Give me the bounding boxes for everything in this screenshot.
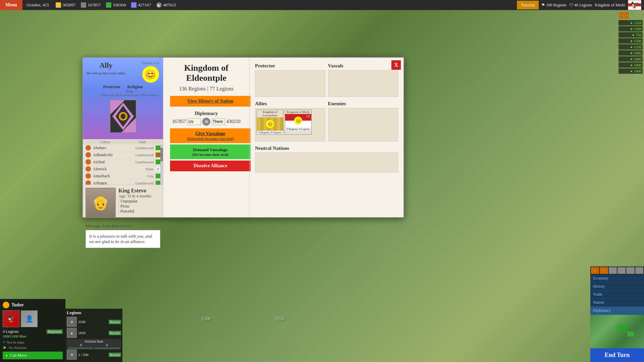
nation-icon [3, 302, 9, 308]
legion-icon-2: ▲ [67, 328, 77, 338]
br-nav-1[interactable]: ← [591, 267, 599, 274]
modal-subtitle: 136 Regions | 77 Legions [170, 86, 243, 92]
sidebar-value-9: ● 1000 [619, 68, 643, 74]
menu-history[interactable]: History [590, 283, 644, 291]
king-portrait-art: 👴 [92, 195, 109, 211]
nation-list-name: Abelnes [93, 145, 133, 150]
minimap[interactable] [590, 315, 644, 348]
modal-title: Kingdom of Eldeontple [170, 63, 243, 83]
nation-list-name: Adlandsviki [93, 153, 133, 158]
production-icon [81, 2, 86, 8]
recruit-button-2[interactable]: Recruit [109, 331, 121, 335]
list-item[interactable]: Adlandsviki Lumberyard 🌿 [83, 152, 163, 159]
view-history-button[interactable]: View History of Nation [170, 96, 251, 107]
nation-list-name: Alnwick [93, 167, 144, 172]
top-right-section: Tutorial ⚑ 100 Regions 🛡 46 Legions King… [517, 0, 644, 10]
nation-list-icons: 🌿 [156, 174, 160, 178]
vassals-title: Vassals [328, 63, 398, 69]
nation-name: Tudor [11, 302, 24, 308]
attrition-box: Attrition Rate 0 0 [67, 339, 121, 350]
enemies-section: Enemies [328, 101, 398, 141]
menu-economy[interactable]: Economy [590, 275, 644, 283]
nav-forward-button[interactable]: → [624, 12, 629, 19]
nation-list-scrollbar[interactable] [160, 144, 163, 185]
them-value: 430210 [226, 119, 240, 124]
nation-list-name: Amorbach [93, 174, 145, 179]
ally-card-locostalren[interactable]: Kingdom of Locostalren 😊 0 Regions, 0 Le… [257, 110, 283, 135]
legion-count: 🛡 46 Legions [569, 3, 592, 8]
br-nav-2[interactable]: → [600, 267, 608, 274]
recruit-button-3[interactable]: Recruit [109, 353, 121, 357]
sidebar-value-6: ● 1000 [619, 50, 643, 56]
legions-panel: Legions 🗡 3500 Recruit ▲ 1850 Recruit At… [65, 309, 122, 362]
message-section: Message from their envoy: It is a pleasu… [83, 223, 163, 248]
king-info: King Estevo Age: 19 & 4 months · Unpopul… [118, 188, 151, 218]
religion-tag: Religion [127, 84, 143, 89]
tutorial-button[interactable]: Tutorial [517, 1, 539, 9]
scroll-thumb[interactable] [160, 148, 163, 161]
king-traits: · Unpopular · Pious · Peaceful [118, 199, 151, 214]
menu-trade[interactable]: Trade [590, 291, 644, 299]
king-age: Age: 19 & 4 months [118, 194, 151, 199]
br-nav-4[interactable] [618, 267, 626, 274]
list-item[interactable]: Abelnes Lumberyard 🌿 [83, 144, 163, 152]
vassals-section: Vassals [328, 63, 398, 97]
date-label: October, 415 [22, 2, 53, 8]
view-history-container: View History of Nation [170, 96, 243, 107]
ship-icon: ≈ [3, 340, 5, 345]
br-nav-3[interactable] [609, 267, 617, 274]
nation-dot [86, 180, 91, 185]
ally-flag-1: 😊 [257, 117, 283, 131]
flag-box-2: 👤 [21, 310, 38, 327]
list-item[interactable]: Aichtal Lumberyard 🌿 [83, 159, 163, 166]
faith-icon: 🌿 [156, 174, 160, 178]
end-turn-button[interactable]: End Turn [590, 348, 644, 362]
sidebar-value-4: ● 1500 [619, 38, 643, 44]
menu-diplomacy[interactable]: Diplomacy [590, 307, 644, 315]
nation-name-top: Kingdom of Merki [595, 3, 625, 8]
ally-card-merki[interactable]: Kingdom of Merki 😊 US 0 Regions, 0 Legio… [285, 110, 312, 135]
replenish-button[interactable]: Replenish [47, 329, 63, 334]
give-vassalage-button[interactable]: Give Vassalage (Eldeontple becomes your … [170, 128, 251, 143]
diplomacy-modal: X Ally We will protect each other. Opini… [82, 57, 404, 218]
neutral-nations-box [255, 153, 398, 173]
recruit-button-1[interactable]: Recruit [109, 320, 121, 324]
can-move-button[interactable]: ● Can Move [3, 352, 63, 359]
modal-center-content: Kingdom of Eldeontple 136 Regions | 77 L… [163, 58, 249, 178]
nation-emblem [110, 100, 137, 133]
nation-list-type: Lumberyard [136, 146, 154, 150]
food-resource: 330304 [103, 2, 128, 8]
smiley-face: 😊 [142, 66, 159, 83]
map-label-1250: 1250 [275, 316, 284, 322]
faith-icon: 🌿 [156, 160, 160, 164]
dissolve-alliance-button[interactable]: Dissolve Alliance [170, 161, 251, 171]
nav-back-button[interactable]: ← [619, 12, 624, 19]
sidebar-value-5: ● 1250 [619, 44, 643, 50]
legions-count: 4 Legions [3, 329, 19, 334]
list-item[interactable]: Amorbach City 🌿 [83, 173, 163, 180]
trait-3: · Peaceful [118, 209, 151, 214]
nation-dot [86, 145, 91, 150]
br-nav-6[interactable] [635, 267, 643, 274]
ally-card: Ally We will protect each other. Opinion… [83, 58, 163, 139]
diplomacy-section: Diplomacy 167857 ⚙ 430210 [170, 111, 243, 126]
list-item[interactable]: Alnwick None ✗ [83, 166, 163, 173]
br-nav-5[interactable] [626, 267, 634, 274]
faith-icon: 🌿 [156, 153, 160, 157]
nation-list-name: Arbogen [93, 181, 133, 185]
demand-vassalage-button[interactable]: Demand Vassalage (We become their lord) [170, 144, 251, 159]
nation-list-type: Lumberyard [136, 181, 154, 185]
vassals-box [328, 70, 398, 97]
legion-row-1: 🗡 3500 Recruit [67, 317, 121, 327]
them-input[interactable] [212, 118, 225, 125]
nation-dot [86, 173, 91, 179]
diplomacy-title: Diplomacy [170, 111, 243, 116]
us-input[interactable] [187, 118, 201, 125]
menu-nation[interactable]: Nation [590, 299, 644, 307]
ally-smiley-1: 😊 [266, 120, 274, 128]
gold-icon [56, 2, 61, 8]
list-item[interactable]: Arbogen Lumberyard 🌿 [83, 180, 163, 185]
culture-label: Culture [100, 140, 110, 144]
sidebar-value-8: ● 1000 [619, 62, 643, 68]
menu-button[interactable]: Menu [0, 0, 22, 10]
